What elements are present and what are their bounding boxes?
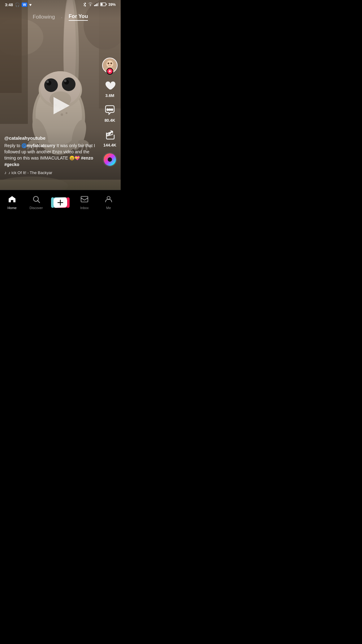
discover-icon	[32, 195, 40, 205]
shares-count: 144.4K	[103, 143, 116, 147]
svg-rect-46	[97, 3, 97, 6]
svg-point-58	[111, 108, 113, 111]
reply-label: Reply to	[4, 143, 20, 148]
home-label: Home	[7, 206, 16, 210]
music-disc[interactable]	[103, 152, 117, 167]
svg-rect-47	[98, 2, 99, 6]
heart-status-icon: ♥	[29, 2, 32, 7]
nav-discover[interactable]: Discover	[24, 195, 48, 210]
music-title: ♪ ick Of It! - The Backyar	[8, 170, 52, 175]
svg-rect-49	[101, 3, 102, 5]
comments-action[interactable]: 80.4K	[103, 103, 117, 123]
nav-add[interactable]	[48, 197, 72, 208]
inbox-icon	[80, 195, 88, 205]
inbox-label: Inbox	[80, 206, 89, 210]
w-badge: W	[22, 2, 27, 7]
right-sidebar: + 3.6M 80.4K	[102, 58, 118, 167]
for-you-tab[interactable]: For You	[69, 13, 88, 21]
nav-inbox[interactable]: Inbox	[72, 195, 97, 210]
nav-home[interactable]: Home	[0, 195, 24, 210]
svg-point-54	[108, 63, 110, 64]
top-nav: Following · For You	[0, 9, 121, 25]
status-bar: 3:48 🎧 W ♥	[0, 0, 121, 9]
svg-point-55	[110, 63, 112, 64]
svg-point-57	[109, 108, 111, 111]
likes-action[interactable]: 3.6M	[103, 78, 117, 98]
shares-action[interactable]: 144.4K	[103, 128, 117, 147]
battery-icon	[100, 2, 107, 7]
add-button[interactable]	[53, 197, 68, 208]
bluetooth-icon	[83, 2, 87, 8]
svg-rect-44	[94, 5, 95, 6]
add-button-inner	[54, 198, 67, 207]
status-right: 39%	[83, 2, 116, 8]
music-note-icon: ♪	[4, 170, 6, 175]
status-left: 3:48 🎧 W ♥	[5, 2, 32, 7]
comment-button[interactable]	[103, 103, 117, 117]
follow-plus-badge[interactable]: +	[106, 68, 113, 75]
svg-line-60	[38, 201, 40, 203]
nav-me[interactable]: Me	[97, 195, 121, 210]
signal-icon	[94, 2, 99, 7]
video-caption: Reply to 🌀myfatcatcurry It was only fair…	[4, 142, 99, 168]
discover-label: Discover	[30, 206, 43, 210]
music-disc-inner	[104, 152, 116, 167]
mention-tag[interactable]: 🌀myfatcatcurry	[21, 143, 55, 148]
comments-count: 80.4K	[105, 118, 115, 123]
wifi-icon	[88, 2, 93, 7]
headphones-icon: 🎧	[15, 2, 20, 7]
bottom-navigation: Home Discover	[0, 190, 121, 215]
svg-point-52	[106, 60, 113, 67]
creator-username[interactable]: @cataleahyoutube	[4, 135, 99, 141]
svg-rect-63	[81, 196, 88, 202]
battery-percent: 39%	[108, 2, 116, 7]
me-label: Me	[106, 206, 111, 210]
nav-divider: ·	[61, 15, 62, 20]
svg-point-56	[106, 108, 109, 111]
music-info-bar[interactable]: ♪ ♪ ick Of It! - The Backyar	[4, 170, 99, 175]
likes-count: 3.6M	[106, 93, 114, 98]
svg-rect-45	[95, 4, 96, 6]
music-disc-center	[108, 157, 112, 162]
phone-container: 3:48 🎧 W ♥	[0, 0, 121, 215]
heart-button[interactable]	[103, 78, 117, 92]
time-display: 3:48	[5, 2, 13, 7]
video-caption-area: @cataleahyoutube Reply to 🌀myfatcatcurry…	[4, 135, 99, 175]
share-button[interactable]	[103, 128, 117, 142]
home-icon	[8, 195, 16, 205]
svg-rect-50	[106, 4, 107, 5]
following-tab[interactable]: Following	[33, 14, 55, 20]
me-icon	[105, 195, 113, 205]
play-button[interactable]	[51, 96, 70, 115]
play-triangle-icon	[54, 97, 70, 114]
creator-avatar-container[interactable]: +	[102, 58, 118, 73]
